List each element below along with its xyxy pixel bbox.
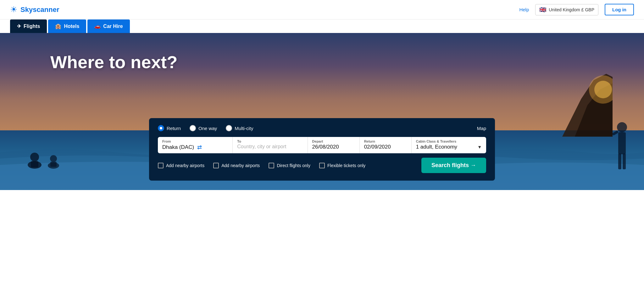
direct-flights-label: Direct flights only [277,163,310,168]
hero-cliffs [506,49,613,137]
depart-label: Depart [312,139,355,143]
car-hire-icon: 🚗 [94,23,101,29]
search-box: Return One way Multi-city Map From Dhaka… [149,118,495,181]
dropdown-arrow-icon: ▼ [477,144,482,150]
direct-flights-checkbox[interactable]: Direct flights only [269,163,310,168]
radio-return-label: Return [167,126,181,131]
hero-section: Where to next? Return One way Multi-city… [0,33,644,190]
return-field[interactable]: Return 02/09/2020 [360,137,412,153]
tab-hotels-label: Hotels [64,24,79,29]
silhouette-figures [19,127,82,171]
cabin-inner: 1 adult, Economy ▼ [416,144,482,150]
depart-value: 26/08/2020 [312,144,355,150]
flexible-tickets-checkbox[interactable]: Flexible tickets only [319,163,365,168]
from-field[interactable]: From Dhaka (DAC) ⇄ [158,137,233,153]
tab-car-hire[interactable]: 🚗 Car Hire [87,19,130,33]
depart-field[interactable]: Depart 26/08/2020 [308,137,360,153]
to-field[interactable]: To Country, city or airport [233,137,308,153]
options-row: Add nearby airports Add nearby airports … [158,158,486,173]
help-link[interactable]: Help [519,7,529,12]
cabin-field[interactable]: Cabin Class & Travellers 1 adult, Econom… [412,137,486,153]
direct-flights-box [269,163,274,168]
locale-text: United Kingdom £ GBP [549,7,594,12]
svg-rect-14 [612,130,619,136]
hero-heading: Where to next? [50,52,177,72]
cabin-value: 1 adult, Economy [416,144,457,150]
header-right: Help 🇬🇧 United Kingdom £ GBP Log in [519,4,634,15]
svg-rect-12 [618,154,621,169]
tab-car-hire-label: Car Hire [103,24,123,29]
return-value: 02/09/2020 [364,144,407,150]
svg-rect-11 [618,132,626,154]
nearby-to-label: Add nearby airports [221,163,260,168]
from-inner: Dhaka (DAC) ⇄ [162,144,228,151]
login-button[interactable]: Log in [605,4,634,15]
trip-type-row: Return One way Multi-city Map [158,125,486,131]
map-link[interactable]: Map [477,126,486,131]
flag-icon: 🇬🇧 [539,6,546,13]
from-value: Dhaka (DAC) [162,144,194,150]
nearby-from-box [158,163,164,168]
radio-one-way-indicator [190,125,196,131]
tab-hotels[interactable]: 🏨 Hotels [48,19,86,33]
svg-rect-6 [31,161,38,167]
radio-multi-city-indicator [226,125,232,131]
nearby-to-box [213,163,219,168]
logo-text: Skyscanner [20,6,59,14]
svg-rect-9 [50,162,57,167]
svg-point-10 [617,122,627,132]
tab-flights[interactable]: ✈ Flights [10,19,47,33]
skyscanner-icon: ☀ [10,5,17,14]
svg-point-3 [594,81,612,98]
nearby-from-label: Add nearby airports [166,163,204,168]
flights-icon: ✈ [17,23,21,29]
nearby-to-checkbox[interactable]: Add nearby airports [213,163,260,168]
to-label: To [237,139,303,143]
logo[interactable]: ☀ Skyscanner [10,5,59,14]
search-button[interactable]: Search flights → [421,158,486,173]
radio-return-indicator [158,125,164,131]
locale-selector[interactable]: 🇬🇧 United Kingdom £ GBP [535,4,598,15]
flexible-tickets-label: Flexible tickets only [327,163,365,168]
radio-multi-city-label: Multi-city [235,126,253,131]
cabin-label: Cabin Class & Travellers [416,139,482,143]
svg-point-8 [50,155,57,162]
svg-point-5 [30,153,39,161]
site-header: ☀ Skyscanner Help 🇬🇧 United Kingdom £ GB… [0,0,644,19]
radio-one-way-label: One way [198,126,217,131]
nav-tabs: ✈ Flights 🏨 Hotels 🚗 Car Hire [0,19,644,33]
swap-icon[interactable]: ⇄ [197,144,202,151]
nearby-from-checkbox[interactable]: Add nearby airports [158,163,204,168]
silhouette-right [609,118,635,174]
hotels-icon: 🏨 [55,23,61,29]
tab-flights-label: Flights [24,24,40,29]
to-placeholder: Country, city or airport [237,144,303,150]
svg-rect-13 [623,154,626,169]
return-label: Return [364,139,407,143]
radio-return[interactable]: Return [158,125,181,131]
from-label: From [162,139,228,143]
radio-one-way[interactable]: One way [190,125,217,131]
radio-multi-city[interactable]: Multi-city [226,125,253,131]
search-fields-row: From Dhaka (DAC) ⇄ To Country, city or a… [158,137,486,153]
flexible-tickets-box [319,163,325,168]
